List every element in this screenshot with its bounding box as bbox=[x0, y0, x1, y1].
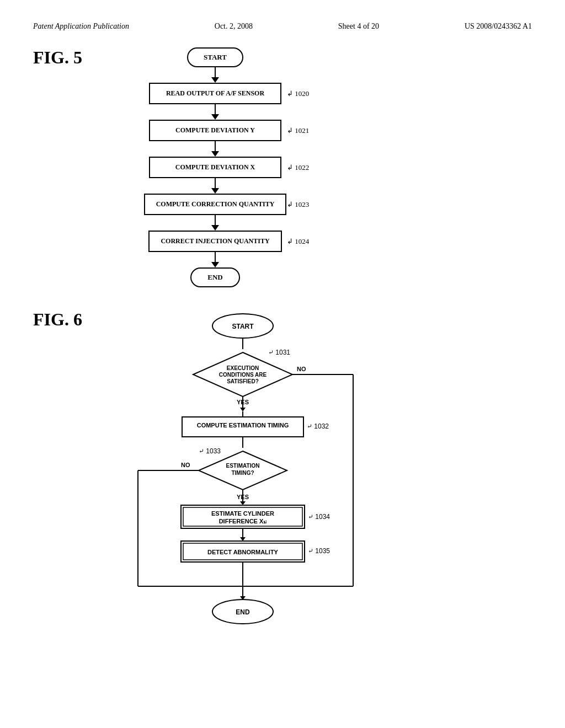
svg-text:NO: NO bbox=[181, 462, 190, 468]
fig5-rect-1024: CORRECT INJECTION QUANTITY bbox=[148, 231, 281, 252]
arrow bbox=[211, 225, 219, 231]
fig5-tag-1021: ↲ 1021 bbox=[287, 126, 309, 135]
svg-text:⤶ 1035: ⤶ 1035 bbox=[308, 547, 330, 555]
fig5-rect-1022: COMPUTE DEVIATION X bbox=[149, 157, 281, 178]
page-header: Patent Application Publication Oct. 2, 2… bbox=[33, 22, 532, 31]
page: Patent Application Publication Oct. 2, 2… bbox=[0, 0, 565, 728]
svg-text:END: END bbox=[236, 608, 250, 616]
svg-marker-10 bbox=[240, 408, 246, 411]
svg-text:⤶ 1032: ⤶ 1032 bbox=[307, 422, 329, 430]
fig5-rect-1021: COMPUTE DEVIATION Y bbox=[149, 120, 281, 141]
svg-text:SATISFIED?: SATISFIED? bbox=[227, 378, 259, 384]
connector-line bbox=[215, 104, 216, 114]
header-patent: US 2008/0243362 A1 bbox=[465, 22, 532, 31]
arrow bbox=[211, 188, 219, 194]
connector-line bbox=[215, 215, 216, 225]
fig5-tag-1020: ↲ 1020 bbox=[287, 89, 309, 98]
fig5-node-1024: CORRECT INJECTION QUANTITY ↲ 1024 bbox=[99, 231, 331, 252]
svg-text:DIFFERENCE X₁ᵢ: DIFFERENCE X₁ᵢ bbox=[219, 518, 267, 524]
connector-line bbox=[215, 178, 216, 188]
svg-text:YES: YES bbox=[237, 494, 249, 500]
fig6-flowchart: START ⤶ 1031 EXECUTION CONDITIONS ARE SA… bbox=[99, 309, 408, 640]
fig6-section: FIG. 6 START ⤶ 1031 EXECUTION CONDITIONS… bbox=[33, 309, 532, 640]
svg-marker-23 bbox=[240, 501, 246, 505]
fig5-tag-1022: ↲ 1022 bbox=[287, 163, 309, 172]
connector-line bbox=[215, 141, 216, 151]
fig6-svg: START ⤶ 1031 EXECUTION CONDITIONS ARE SA… bbox=[99, 309, 408, 640]
fig5-node-1021: COMPUTE DEVIATION Y ↲ 1021 bbox=[99, 120, 331, 141]
svg-text:⤶ 1034: ⤶ 1034 bbox=[308, 513, 330, 521]
fig5-end-row: END bbox=[99, 267, 331, 287]
arrow bbox=[211, 262, 219, 267]
svg-text:⤶ 1031: ⤶ 1031 bbox=[268, 349, 290, 356]
fig5-node-1023: COMPUTE CORRECTION QUANTITY ↲ 1023 bbox=[99, 194, 331, 215]
fig6-label: FIG. 6 bbox=[33, 309, 99, 330]
header-sheet: Sheet 4 of 20 bbox=[338, 22, 379, 31]
fig5-label: FIG. 5 bbox=[33, 47, 99, 68]
connector-line bbox=[215, 252, 216, 262]
fig5-tag-1023: ↲ 1023 bbox=[287, 200, 309, 209]
svg-text:CONDITIONS ARE: CONDITIONS ARE bbox=[219, 372, 267, 378]
fig5-node-1020: READ OUTPUT OF A/F SENSOR ↲ 1020 bbox=[99, 83, 331, 104]
arrow bbox=[211, 114, 219, 120]
fig5-rect-1023: COMPUTE CORRECTION QUANTITY bbox=[144, 194, 287, 215]
fig5-section: FIG. 5 START READ OUTPUT OF A/F SENSOR ↲… bbox=[33, 47, 532, 287]
fig5-start-node: START bbox=[187, 47, 243, 67]
svg-text:EXECUTION: EXECUTION bbox=[227, 365, 259, 371]
header-publication: Patent Application Publication bbox=[33, 22, 129, 31]
svg-text:COMPUTE ESTIMATION TIMING: COMPUTE ESTIMATION TIMING bbox=[197, 422, 289, 429]
svg-text:ESTIMATION: ESTIMATION bbox=[226, 463, 260, 469]
fig5-flowchart: START READ OUTPUT OF A/F SENSOR ↲ 1020 C… bbox=[99, 47, 331, 287]
arrow bbox=[211, 77, 219, 83]
fig5-end-node: END bbox=[190, 267, 240, 287]
fig5-node-1022: COMPUTE DEVIATION X ↲ 1022 bbox=[99, 157, 331, 178]
svg-text:START: START bbox=[232, 323, 254, 330]
svg-text:DETECT ABNORMALITY: DETECT ABNORMALITY bbox=[207, 549, 279, 555]
header-date: Oct. 2, 2008 bbox=[215, 22, 253, 31]
fig5-tag-1024: ↲ 1024 bbox=[287, 237, 309, 246]
svg-marker-35 bbox=[240, 537, 246, 541]
svg-text:TIMING?: TIMING? bbox=[231, 470, 254, 476]
connector-line bbox=[215, 67, 216, 77]
fig5-start-row: START bbox=[99, 47, 331, 67]
fig5-rect-1020: READ OUTPUT OF A/F SENSOR bbox=[149, 83, 281, 104]
svg-text:ESTIMATE CYLINDER: ESTIMATE CYLINDER bbox=[211, 510, 274, 517]
svg-text:NO: NO bbox=[297, 366, 306, 372]
svg-text:⤶ 1033: ⤶ 1033 bbox=[199, 447, 221, 455]
arrow bbox=[211, 151, 219, 157]
